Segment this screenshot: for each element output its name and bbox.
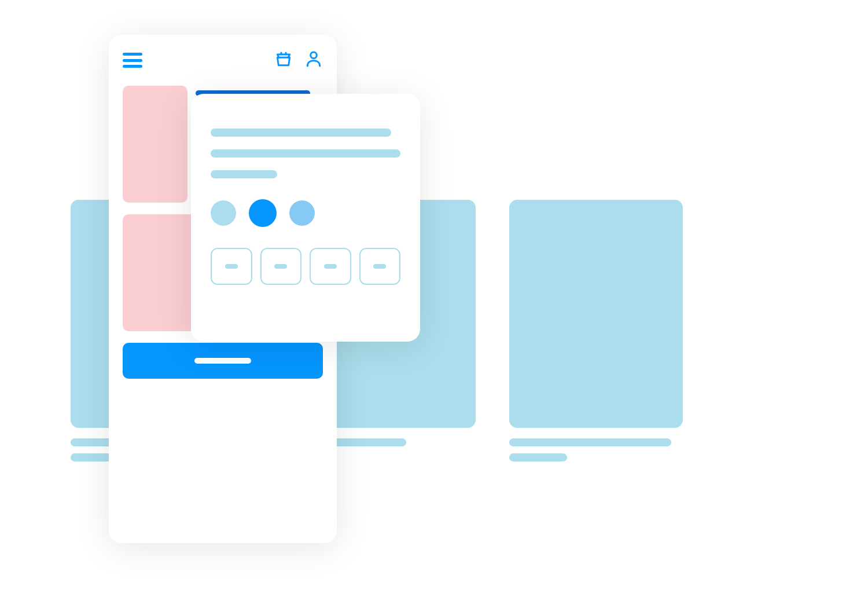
product-detail-popup	[191, 94, 420, 342]
option-label-placeholder	[324, 264, 337, 269]
color-swatch-selected[interactable]	[249, 199, 277, 227]
color-swatch[interactable]	[289, 200, 315, 226]
wireframe-diagram	[0, 0, 868, 608]
product-subtitle-placeholder	[509, 453, 567, 462]
size-option-group	[211, 248, 400, 285]
product-image-placeholder	[509, 200, 683, 428]
basket-icon[interactable]	[274, 50, 293, 71]
product-thumbnail-placeholder	[123, 86, 187, 203]
mobile-header	[123, 50, 323, 71]
popup-title-placeholder	[211, 129, 391, 137]
load-more-button[interactable]	[123, 343, 323, 379]
option-label-placeholder	[373, 264, 386, 269]
option-label-placeholder	[225, 264, 238, 269]
size-option[interactable]	[359, 248, 401, 285]
popup-text-placeholder	[211, 149, 400, 158]
header-actions	[274, 50, 323, 71]
color-swatch-group	[211, 200, 400, 227]
button-label-placeholder	[194, 358, 251, 364]
size-option[interactable]	[310, 248, 351, 285]
color-swatch[interactable]	[211, 200, 236, 226]
background-product-card	[509, 200, 683, 462]
size-option[interactable]	[260, 248, 302, 285]
svg-point-2	[311, 52, 317, 58]
product-title-placeholder	[509, 438, 671, 446]
menu-icon[interactable]	[123, 53, 142, 68]
size-option[interactable]	[211, 248, 252, 285]
option-label-placeholder	[274, 264, 287, 269]
popup-text-placeholder	[211, 170, 277, 178]
user-icon[interactable]	[304, 50, 323, 71]
